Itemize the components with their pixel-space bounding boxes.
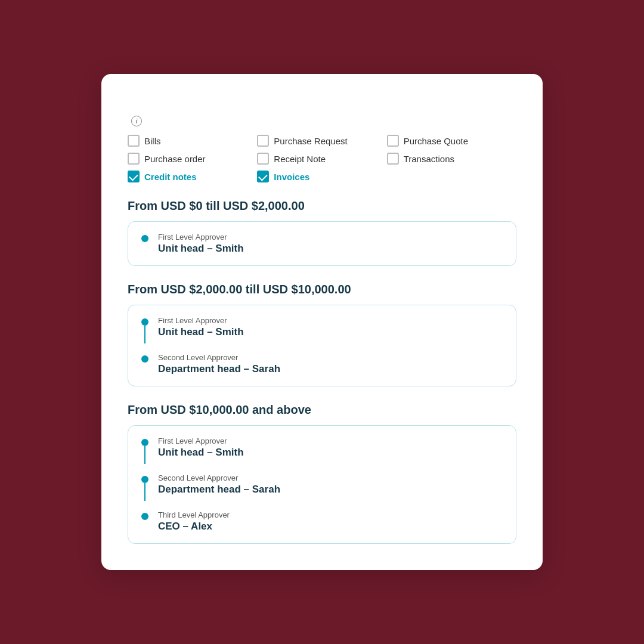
checkbox-item-purchase_quote[interactable]: Purchase Quote (387, 135, 516, 147)
checkbox-box-invoices[interactable] (257, 171, 269, 182)
approver-row: First Level ApproverUnit head – Smith (141, 316, 503, 343)
checkbox-item-transactions[interactable]: Transactions (387, 153, 516, 165)
dot-line-icon (141, 355, 148, 363)
checkbox-item-invoices[interactable]: Invoices (257, 171, 386, 182)
approver-level-label: Second Level Approver (158, 353, 503, 362)
approval-policy-modal: i BillsPurchase RequestPurchase QuotePur… (101, 74, 543, 570)
checkbox-box-bills[interactable] (128, 135, 140, 147)
checkbox-box-purchase_order[interactable] (128, 153, 140, 165)
approver-info: First Level ApproverUnit head – Smith (158, 233, 503, 255)
connector-line (144, 326, 145, 343)
dot-line-icon (141, 513, 148, 520)
range-title-1: From USD $2,000.00 till USD $10,000.00 (128, 283, 516, 296)
checkbox-label-credit_notes: Credit notes (144, 172, 197, 182)
checkbox-label-transactions: Transactions (404, 154, 454, 164)
range-title-0: From USD $0 till USD $2,000.00 (128, 199, 516, 213)
modal-header (128, 98, 516, 101)
approver-card-0: First Level ApproverUnit head – Smith (128, 221, 516, 266)
close-button[interactable] (509, 99, 516, 101)
checkbox-label-purchase_quote: Purchase Quote (404, 136, 468, 146)
approver-card-1: First Level ApproverUnit head – SmithSec… (128, 305, 516, 386)
approver-row: Second Level ApproverDepartment head – S… (141, 473, 503, 501)
approver-name: Department head – Sarah (158, 363, 503, 375)
approver-name: CEO – Alex (158, 521, 503, 532)
approver-row: First Level ApproverUnit head – Smith (141, 233, 503, 255)
approver-name: Unit head – Smith (158, 243, 503, 255)
checkboxes-grid: BillsPurchase RequestPurchase QuotePurch… (128, 135, 516, 182)
checkbox-item-bills[interactable]: Bills (128, 135, 257, 147)
checkbox-box-purchase_request[interactable] (257, 135, 269, 147)
approver-row: Second Level ApproverDepartment head – S… (141, 353, 503, 375)
checkbox-label-purchase_order: Purchase order (144, 154, 206, 164)
dot-line-icon (141, 439, 148, 464)
dot-line-icon (141, 476, 148, 501)
checkbox-box-transactions[interactable] (387, 153, 399, 165)
checkbox-box-purchase_quote[interactable] (387, 135, 399, 147)
approver-dot (141, 235, 148, 242)
range-title-2: From USD $10,000.00 and above (128, 403, 516, 417)
checkbox-label-purchase_request: Purchase Request (274, 136, 347, 146)
connector-line (144, 483, 145, 501)
approver-dot (141, 355, 148, 363)
approver-info: Second Level ApproverDepartment head – S… (158, 473, 503, 496)
approver-dot (141, 513, 148, 520)
approver-row: Third Level ApproverCEO – Alex (141, 510, 503, 532)
checkbox-item-purchase_order[interactable]: Purchase order (128, 153, 257, 165)
checkbox-box-receipt_note[interactable] (257, 153, 269, 165)
connector-line (144, 446, 145, 464)
approver-name: Department head – Sarah (158, 484, 503, 496)
approver-card-2: First Level ApproverUnit head – SmithSec… (128, 425, 516, 544)
approver-level-label: First Level Approver (158, 316, 503, 325)
approver-info: First Level ApproverUnit head – Smith (158, 436, 503, 459)
approver-level-label: Third Level Approver (158, 510, 503, 519)
dot-line-icon (141, 235, 148, 242)
checkbox-item-credit_notes[interactable]: Credit notes (128, 171, 257, 182)
approver-level-label: Second Level Approver (158, 473, 503, 482)
default-policy-label: i (128, 116, 516, 126)
dot-line-icon (141, 318, 148, 343)
approver-dot (141, 318, 148, 326)
checkbox-box-credit_notes[interactable] (128, 171, 140, 182)
approver-dot (141, 476, 148, 483)
approver-name: Unit head – Smith (158, 326, 503, 338)
approver-dot (141, 439, 148, 446)
checkbox-item-purchase_request[interactable]: Purchase Request (257, 135, 386, 147)
checkbox-label-invoices: Invoices (274, 172, 309, 182)
checkbox-label-bills: Bills (144, 136, 161, 146)
checkbox-label-receipt_note: Receipt Note (274, 154, 326, 164)
info-icon[interactable]: i (131, 116, 142, 126)
approver-info: First Level ApproverUnit head – Smith (158, 316, 503, 338)
approver-level-label: First Level Approver (158, 233, 503, 242)
approver-level-label: First Level Approver (158, 436, 503, 445)
approver-info: Third Level ApproverCEO – Alex (158, 510, 503, 532)
checkbox-item-receipt_note[interactable]: Receipt Note (257, 153, 386, 165)
approver-name: Unit head – Smith (158, 447, 503, 459)
ranges-container: From USD $0 till USD $2,000.00First Leve… (128, 199, 516, 544)
approver-info: Second Level ApproverDepartment head – S… (158, 353, 503, 375)
approver-row: First Level ApproverUnit head – Smith (141, 436, 503, 464)
